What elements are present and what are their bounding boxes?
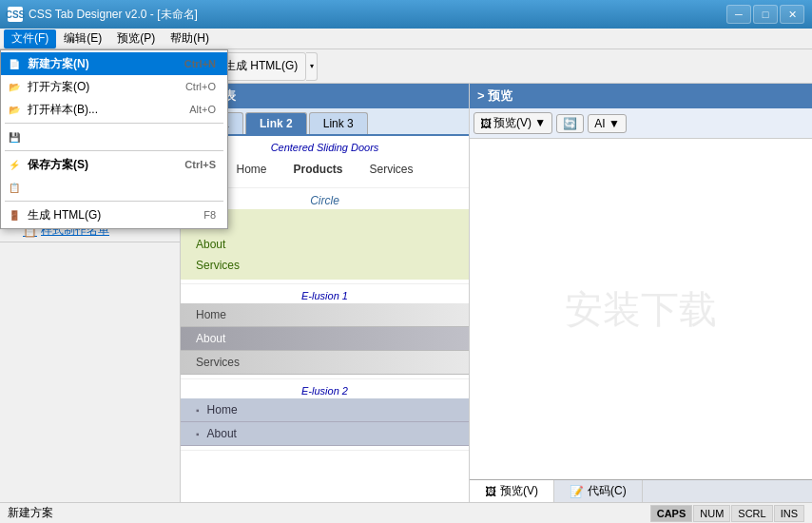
statusbar-message: 新建方案 <box>8 505 53 521</box>
menu-generate-label: 保存方案(S) <box>28 157 88 173</box>
generate-label: 生成 HTML(G) <box>224 58 298 74</box>
preview-view-button[interactable]: 🖼 预览(V) ▼ <box>474 112 552 134</box>
preview-refresh-icon: 🔄 <box>563 117 577 130</box>
menu-new-shortcut: Ctrl+N <box>184 58 216 69</box>
menubar-edit[interactable]: 编辑(E) <box>56 29 109 48</box>
menubar-help[interactable]: 帮助(H) <box>163 29 217 48</box>
preview-ai-button[interactable]: AI ▼ <box>588 114 627 133</box>
preview-panel: > 预览 🖼 预览(V) ▼ 🔄 AI ▼ 安装下载 🖼 预览(V) 📝 <box>470 84 812 502</box>
menu-save[interactable]: 💾 <box>1 126 227 148</box>
preview-header: > 预览 <box>470 84 812 108</box>
ins-badge: INS <box>774 505 804 522</box>
preview-view-label: 预览(V) ▼ <box>493 115 546 131</box>
elusion2-about[interactable]: About <box>181 422 469 446</box>
centered-sliding-home[interactable]: Home <box>222 159 280 180</box>
scrl-badge: SCRL <box>731 505 772 522</box>
menubar: 文件(F) 编辑(E) 预览(P) 帮助(H) 📄 新建方案(N) Ctrl+N… <box>0 29 812 49</box>
preview-view-icon: 🖼 <box>480 117 492 130</box>
menu-open-sample-label: 打开样本(B)... <box>28 102 98 118</box>
statusbar: 新建方案 CAPS NUM SCRL INS <box>0 502 812 523</box>
minimize-button[interactable]: ─ <box>726 5 751 24</box>
template-elusion1: E-lusion 1 Home About Services <box>181 288 469 379</box>
elusion1-about[interactable]: About <box>181 327 469 351</box>
open-menu-icon: 📂 <box>7 79 22 94</box>
menu-sep-1 <box>5 123 223 124</box>
menu-exit[interactable]: 🚪 生成 HTML(G) F8 <box>1 203 227 226</box>
copy-code-menu-icon: 📋 <box>7 180 22 195</box>
app-icon: CSS <box>8 7 23 22</box>
menubar-file[interactable]: 文件(F) <box>4 29 56 48</box>
generate-menu-icon: ⚡ <box>7 157 22 172</box>
preview-toolbar: 🖼 预览(V) ▼ 🔄 AI ▼ <box>470 108 812 139</box>
menubar-preview[interactable]: 预览(P) <box>109 29 163 48</box>
menu-open[interactable]: 📂 打开方案(O) Ctrl+O <box>1 75 227 98</box>
elusion2-title: E-lusion 2 <box>181 383 469 398</box>
preview-bottom-tabs: 🖼 预览(V) 📝 代码(C) <box>470 479 812 502</box>
tab-link2[interactable]: Link 2 <box>245 112 307 134</box>
elusion1-home[interactable]: Home <box>181 303 469 327</box>
menu-exit-shortcut: F8 <box>203 209 216 221</box>
preview-ai-label: AI ▼ <box>594 117 620 130</box>
template-elusion2: E-lusion 2 Home About <box>181 383 469 451</box>
open-sample-menu-icon: 📂 <box>7 102 22 117</box>
window-controls[interactable]: ─ □ ✕ <box>726 5 804 24</box>
centered-sliding-products[interactable]: Products <box>280 159 356 180</box>
elusion2-nav: Home About <box>181 398 469 446</box>
file-dropdown-menu: 📄 新建方案(N) Ctrl+N 📂 打开方案(O) Ctrl+O 📂 打开样本… <box>0 49 228 229</box>
code-tab-label: 代码(C) <box>588 483 627 499</box>
exit-menu-icon: 🚪 <box>7 207 22 223</box>
tab-link3[interactable]: Link 3 <box>309 112 368 134</box>
elusion1-nav: Home About Services <box>181 303 469 375</box>
menu-new-label: 新建方案(N) <box>28 56 89 72</box>
new-menu-icon: 📄 <box>7 56 22 71</box>
elusion2-home[interactable]: Home <box>181 398 469 422</box>
preview-bottom-tab[interactable]: 🖼 预览(V) <box>470 480 554 502</box>
app-icon-text: CSS <box>6 10 26 20</box>
titlebar-left: CSS CSS Tab Designer v2.0 - [未命名] <box>8 7 198 23</box>
close-button[interactable]: ✕ <box>780 5 804 24</box>
maximize-button[interactable]: □ <box>753 5 778 24</box>
menu-open-shortcut: Ctrl+O <box>185 81 216 92</box>
code-tab-icon: 📝 <box>570 485 584 498</box>
preview-tab-label: 预览(V) <box>500 483 538 499</box>
menu-open-sample-shortcut: Alt+O <box>189 104 216 115</box>
elusion1-services[interactable]: Services <box>181 351 469 375</box>
preview-watermark: 安装下载 <box>565 283 717 336</box>
window-titlebar: CSS CSS Tab Designer v2.0 - [未命名] ─ □ ✕ <box>0 0 812 29</box>
preview-content-area: 安装下载 <box>470 139 812 479</box>
menu-new[interactable]: 📄 新建方案(N) Ctrl+N <box>1 52 227 75</box>
save-menu-icon: 💾 <box>7 129 22 145</box>
centered-sliding-services[interactable]: Services <box>357 159 427 180</box>
menu-exit-label: 生成 HTML(G) <box>28 207 101 223</box>
menu-generate-shortcut: Ctrl+S <box>184 159 216 170</box>
menu-sep-3 <box>5 201 223 202</box>
toolbar-generate-arrow[interactable]: ▾ <box>306 52 318 81</box>
menu-open-label: 打开方案(O) <box>28 79 89 95</box>
window-title: CSS Tab Designer v2.0 - [未命名] <box>29 7 198 23</box>
caps-badge: CAPS <box>650 505 693 522</box>
preview-tab-icon: 🖼 <box>485 485 496 498</box>
circle-services[interactable]: Services <box>181 255 469 276</box>
code-bottom-tab[interactable]: 📝 代码(C) <box>554 480 643 502</box>
menu-sep-2 <box>5 150 223 151</box>
elusion1-title: E-lusion 1 <box>181 288 469 303</box>
preview-header-text: > 预览 <box>477 88 512 103</box>
circle-about[interactable]: About <box>181 234 469 255</box>
preview-refresh-button[interactable]: 🔄 <box>556 114 584 133</box>
menu-copy-code[interactable]: 📋 <box>1 176 227 199</box>
num-badge: NUM <box>693 505 730 522</box>
statusbar-badges: CAPS NUM SCRL INS <box>650 505 804 522</box>
menu-open-sample[interactable]: 📂 打开样本(B)... Alt+O <box>1 98 227 121</box>
menu-generate[interactable]: ⚡ 保存方案(S) Ctrl+S <box>1 153 227 176</box>
